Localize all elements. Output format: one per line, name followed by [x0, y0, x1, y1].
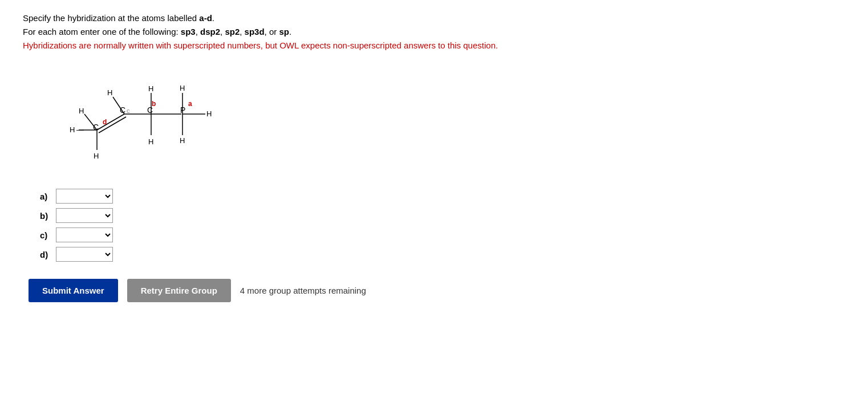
label-c: c) [40, 230, 56, 240]
red-warning: Hybridizations are normally written with… [23, 39, 845, 52]
buttons-row: Submit Answer Retry Entire Group 4 more … [29, 279, 845, 302]
svg-text:d: d [103, 118, 107, 126]
select-d[interactable]: sp3 dsp2 sp2 sp3d sp [56, 247, 113, 262]
dropdowns-section: a) sp3 dsp2 sp2 sp3d sp b) sp3 dsp2 sp2 … [40, 189, 845, 262]
svg-text:H: H [180, 84, 185, 92]
svg-text:H: H [148, 137, 153, 146]
svg-text:H: H [70, 125, 75, 134]
select-b[interactable]: sp3 dsp2 sp2 sp3d sp [56, 208, 113, 223]
dropdown-row-b: b) sp3 dsp2 sp2 sp3d sp [40, 208, 845, 223]
svg-text:—: — [76, 125, 84, 134]
label-b: b) [40, 211, 56, 221]
instructions-block: Specify the hybridization at the atoms l… [23, 11, 845, 52]
molecule-diagram: P a C b C c C d H H H H H H H — H H [46, 62, 845, 177]
svg-text:C: C [120, 105, 125, 115]
dropdown-row-c: c) sp3 dsp2 sp2 sp3d sp [40, 228, 845, 242]
instruction-line2: For each atom enter one of the following… [23, 25, 845, 39]
svg-text:H: H [148, 84, 153, 93]
molecule-svg: P a C b C c C d H H H H H H H — H H [46, 62, 228, 176]
retry-button[interactable]: Retry Entire Group [127, 279, 231, 302]
svg-text:C: C [93, 123, 99, 132]
svg-text:P: P [180, 105, 185, 115]
instruction-line1: Specify the hybridization at the atoms l… [23, 11, 845, 25]
dropdown-row-a: a) sp3 dsp2 sp2 sp3d sp [40, 189, 845, 204]
svg-text:a: a [188, 100, 192, 108]
svg-text:c: c [127, 107, 130, 114]
svg-text:H: H [180, 136, 185, 145]
svg-text:H: H [94, 152, 99, 160]
dropdown-row-d: d) sp3 dsp2 sp2 sp3d sp [40, 247, 845, 262]
svg-text:H: H [79, 107, 84, 115]
svg-text:b: b [152, 100, 156, 108]
label-d: d) [40, 250, 56, 259]
attempts-remaining: 4 more group attempts remaining [240, 286, 366, 295]
submit-button[interactable]: Submit Answer [29, 279, 118, 302]
svg-line-7 [97, 114, 124, 130]
label-a: a) [40, 192, 56, 201]
select-c[interactable]: sp3 dsp2 sp2 sp3d sp [56, 228, 113, 242]
svg-text:H: H [206, 109, 212, 118]
svg-text:H: H [107, 88, 112, 97]
select-a[interactable]: sp3 dsp2 sp2 sp3d sp [56, 189, 113, 204]
